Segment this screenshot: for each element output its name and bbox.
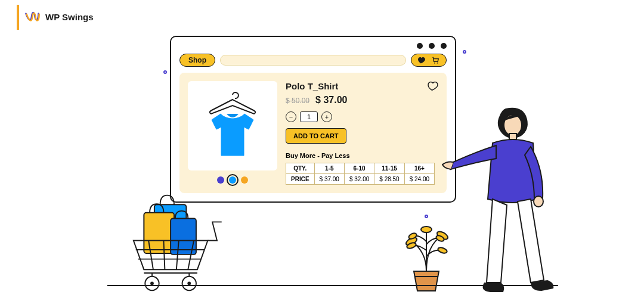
tier-pricing-title: Buy More - Pay Less	[286, 152, 438, 159]
qty-minus-button[interactable]: −	[286, 111, 296, 122]
svg-point-0	[434, 63, 435, 64]
swatch-blue[interactable]	[229, 176, 236, 184]
tier-pricing-table: QTY. 1-5 6-10 11-15 16+ PRICE $ 37.00 $ …	[286, 163, 435, 185]
new-price: $ 37.00	[315, 95, 347, 106]
shop-pill[interactable]: Shop	[179, 54, 215, 67]
table-header: 16+	[404, 163, 434, 174]
brand-logo-icon	[24, 8, 41, 25]
shop-header: Shop	[179, 54, 447, 67]
cart-icon	[431, 56, 440, 64]
table-row: QTY. 1-5 6-10 11-15 16+	[286, 163, 435, 174]
svg-point-20	[421, 227, 432, 232]
decorative-dot	[463, 50, 466, 54]
swatch-orange[interactable]	[241, 176, 248, 184]
heart-outline-icon	[428, 81, 438, 91]
favorite-button[interactable]	[428, 81, 438, 93]
window-titlebar	[179, 43, 447, 49]
table-row-label: PRICE	[286, 174, 315, 185]
illustration-stage: Shop	[107, 36, 537, 292]
ground-line	[107, 285, 558, 286]
decorative-dot	[163, 70, 167, 74]
svg-rect-3	[144, 213, 174, 253]
table-cell: $ 37.00	[314, 174, 344, 185]
product-image-column	[188, 81, 277, 185]
table-row: PRICE $ 37.00 $ 32.00 $ 28.50 $ 24.00	[286, 174, 435, 185]
svg-point-28	[534, 196, 543, 207]
person-illustration	[441, 104, 561, 294]
fav-cart-pill[interactable]	[411, 54, 447, 67]
shopping-cart-illustration	[119, 187, 227, 294]
add-to-cart-button[interactable]: ADD TO CART	[286, 128, 346, 144]
window-control-dot	[417, 43, 423, 49]
old-price: $ 50.00	[286, 97, 309, 105]
heart-icon	[417, 57, 426, 64]
qty-value: 1	[300, 111, 318, 122]
brand: WP Swings	[24, 8, 94, 25]
color-swatches	[188, 176, 277, 184]
window-control-dot	[429, 43, 435, 49]
svg-point-1	[437, 63, 438, 64]
table-header: 11-15	[374, 163, 404, 174]
brand-accent	[17, 5, 19, 30]
table-cell: $ 32.00	[344, 174, 374, 185]
table-header: 1-5	[314, 163, 344, 174]
swatch-purple[interactable]	[217, 176, 224, 184]
qty-plus-button[interactable]: +	[321, 111, 332, 122]
brand-name: WP Swings	[45, 12, 94, 22]
price-row: $ 50.00 $ 37.00	[286, 95, 438, 106]
search-input[interactable]	[220, 55, 406, 66]
table-header: QTY.	[286, 163, 315, 174]
svg-rect-27	[509, 134, 516, 139]
table-cell: $ 24.00	[404, 174, 434, 185]
product-title: Polo T_Shirt	[286, 81, 438, 91]
product-card: Polo T_Shirt $ 50.00 $ 37.00 − 1 + ADD T…	[179, 73, 447, 193]
quantity-stepper: − 1 +	[286, 111, 438, 122]
table-header: 6-10	[344, 163, 374, 174]
product-image	[188, 81, 277, 170]
product-info: Polo T_Shirt $ 50.00 $ 37.00 − 1 + ADD T…	[286, 81, 438, 185]
table-cell: $ 28.50	[374, 174, 404, 185]
window-control-dot	[441, 43, 447, 49]
browser-window: Shop	[170, 36, 456, 203]
